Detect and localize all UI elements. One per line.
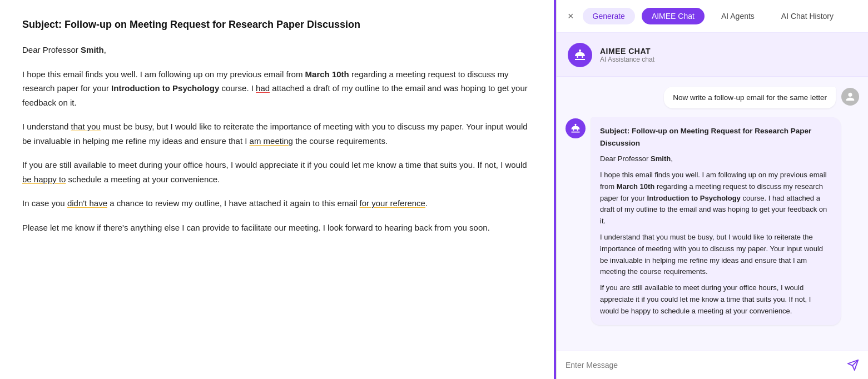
chat-input[interactable] <box>566 361 841 370</box>
chat-header-text: AIMEE CHAT AI Assistance chat <box>600 47 654 63</box>
generate-button[interactable]: Generate <box>583 8 635 24</box>
toolbar: × Generate AIMEE Chat AI Agents AI Chat … <box>557 0 868 33</box>
chat-subtitle: AI Assistance chat <box>600 56 654 63</box>
email-paragraph-4: If you are still available to meet durin… <box>22 158 534 186</box>
email-subject: Subject: Follow-up on Meeting Request fo… <box>22 18 534 32</box>
user-bubble: Now write a follow-up email for the same… <box>664 87 836 108</box>
chat-name: AIMEE CHAT <box>600 47 654 56</box>
send-button[interactable] <box>847 359 859 371</box>
user-icon <box>845 92 855 102</box>
chat-history-button[interactable]: AI Chat History <box>771 8 844 24</box>
email-paragraph-5: In case you didn't have a chance to revi… <box>22 196 534 211</box>
aimee-avatar <box>568 43 592 67</box>
ai-subject: Subject: Follow-up on Meeting Request fo… <box>600 125 832 149</box>
ai-agents-button[interactable]: AI Agents <box>711 8 765 24</box>
ai-avatar-small <box>566 118 586 138</box>
ai-para-1: Dear Professor Smith, <box>600 153 832 165</box>
left-panel: Subject: Follow-up on Meeting Request fo… <box>0 0 557 379</box>
chat-header: AIMEE CHAT AI Assistance chat <box>557 33 868 77</box>
ai-para-3: I understand that you must be busy, but … <box>600 232 832 278</box>
chat-messages: Now write a follow-up email for the same… <box>557 77 868 351</box>
email-paragraph-1: Dear Professor Smith, <box>22 43 534 57</box>
ai-para-2: I hope this email finds you well. I am f… <box>600 169 832 227</box>
ai-message: Subject: Follow-up on Meeting Request fo… <box>566 117 859 325</box>
email-paragraph-6: Please let me know if there's anything e… <box>22 221 534 235</box>
ai-para-4: If you are still available to meet durin… <box>600 282 832 317</box>
ai-bubble: Subject: Follow-up on Meeting Request fo… <box>591 117 841 325</box>
bot-icon <box>573 48 587 62</box>
send-icon <box>847 359 859 371</box>
chat-input-area <box>557 351 868 379</box>
email-paragraph-2: I hope this email finds you well. I am f… <box>22 67 534 110</box>
right-panel: × Generate AIMEE Chat AI Agents AI Chat … <box>557 0 868 379</box>
email-paragraph-3: I understand that you must be busy, but … <box>22 119 534 148</box>
user-avatar <box>841 88 859 106</box>
aimee-chat-button[interactable]: AIMEE Chat <box>642 8 705 24</box>
user-message: Now write a follow-up email for the same… <box>566 87 859 108</box>
email-body: Dear Professor Smith, I hope this email … <box>22 43 534 235</box>
close-icon[interactable]: × <box>568 11 574 21</box>
bot-icon-small <box>570 123 581 134</box>
